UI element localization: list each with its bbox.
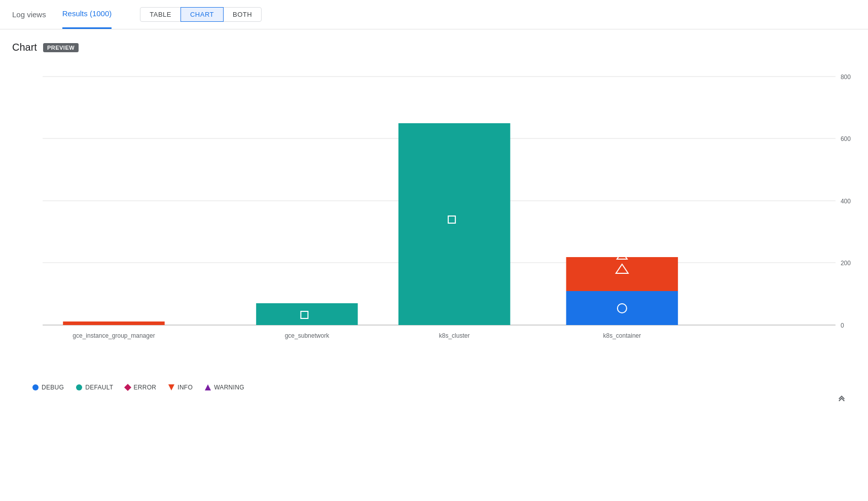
- error-color-icon: [124, 384, 131, 391]
- top-bar: Log views Results (1000) TABLE CHART BOT…: [0, 0, 868, 29]
- legend-item-debug: DEBUG: [32, 384, 64, 391]
- legend-label-info: INFO: [177, 384, 193, 391]
- legend-label-debug: DEBUG: [42, 384, 64, 391]
- svg-text:400: 400: [841, 198, 851, 205]
- chart-svg-container: 800 600 400 200 0 gce_instance_group_man…: [12, 61, 856, 376]
- chart-title: Chart: [12, 42, 37, 53]
- legend-item-info: INFO: [168, 384, 193, 391]
- main-content: Chart PREVIEW 800 600 400 200: [0, 29, 868, 406]
- svg-text:k8s_container: k8s_container: [603, 332, 641, 339]
- legend-item-error: ERROR: [125, 384, 156, 391]
- svg-rect-12: [256, 303, 357, 325]
- legend-label-default: DEFAULT: [85, 384, 113, 391]
- log-views-label: Log views: [12, 10, 46, 19]
- legend-label-error: ERROR: [133, 384, 156, 391]
- preview-badge: PREVIEW: [43, 43, 79, 52]
- svg-text:0: 0: [841, 322, 844, 329]
- svg-rect-15: [399, 123, 511, 325]
- warning-color-icon: [205, 384, 211, 390]
- both-view-button[interactable]: BOTH: [223, 7, 262, 22]
- view-buttons: TABLE CHART BOTH: [140, 7, 262, 22]
- info-color-icon: [168, 384, 174, 390]
- default-color-icon: [76, 384, 82, 390]
- legend: DEBUG DEFAULT ERROR INFO WARNING: [12, 384, 856, 391]
- svg-text:gce_instance_group_manager: gce_instance_group_manager: [73, 332, 155, 339]
- svg-text:gce_subnetwork: gce_subnetwork: [285, 332, 330, 339]
- svg-rect-18: [566, 291, 678, 325]
- chart-view-button[interactable]: CHART: [180, 7, 224, 22]
- legend-label-warning: WARNING: [214, 384, 244, 391]
- svg-text:k8s_cluster: k8s_cluster: [439, 332, 470, 339]
- legend-item-warning: WARNING: [205, 384, 244, 391]
- scroll-indicator[interactable]: [836, 391, 848, 406]
- chart-area: 800 600 400 200 0 gce_instance_group_man…: [12, 61, 856, 406]
- legend-item-default: DEFAULT: [76, 384, 113, 391]
- debug-color-icon: [32, 384, 39, 390]
- svg-text:600: 600: [841, 135, 851, 142]
- svg-text:200: 200: [841, 260, 851, 267]
- svg-rect-20: [566, 257, 678, 291]
- table-view-button[interactable]: TABLE: [140, 7, 181, 22]
- svg-rect-10: [63, 321, 164, 325]
- chart-header: Chart PREVIEW: [12, 42, 856, 53]
- results-tab[interactable]: Results (1000): [62, 0, 112, 29]
- svg-text:800: 800: [841, 74, 851, 81]
